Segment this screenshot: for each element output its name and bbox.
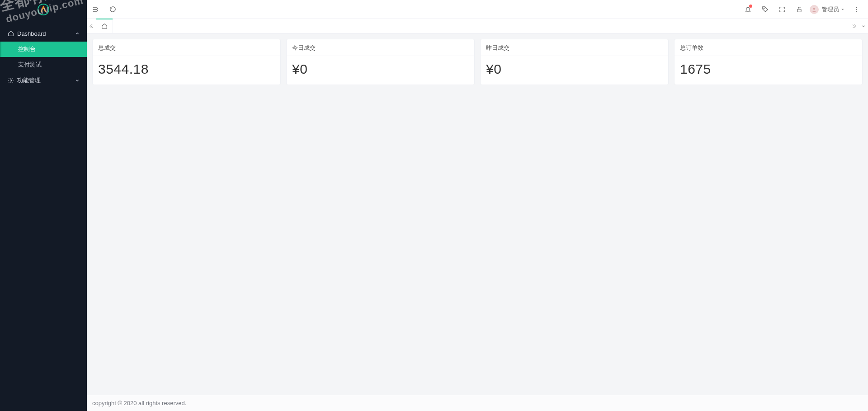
card-title: 今日成交	[287, 39, 474, 56]
user-name: 管理员	[821, 5, 839, 14]
svg-point-0	[38, 4, 49, 15]
sidebar-item-label: 支付测试	[18, 61, 42, 68]
home-icon	[101, 23, 108, 29]
refresh-button[interactable]	[104, 0, 121, 19]
card-title: 总成交	[93, 39, 280, 56]
notifications-button[interactable]	[739, 0, 756, 19]
copyright-text: copyright © 2020 all rights reserved.	[92, 400, 186, 406]
toggle-sidebar-button[interactable]	[87, 0, 104, 19]
sidebar-item-label: 控制台	[18, 46, 36, 52]
tabs-scroll-left[interactable]	[87, 19, 96, 33]
lock-button[interactable]	[791, 0, 808, 19]
logo[interactable]	[0, 0, 87, 19]
svg-point-8	[856, 11, 857, 12]
sidebar-item-label: 功能管理	[17, 76, 74, 85]
card-value: 1675	[675, 56, 862, 85]
sidebar-item-dashboard[interactable]: Dashboard	[0, 25, 87, 42]
topbar: 管理员	[87, 0, 868, 19]
more-button[interactable]	[848, 0, 865, 19]
sidebar: Dashboard 控制台 支付测试	[0, 0, 87, 411]
notification-dot	[749, 5, 752, 8]
caret-down-icon	[841, 8, 844, 11]
page-content: 总成交 3544.18 今日成交 ¥0 昨日成交 ¥0 总订单数 1675	[87, 33, 868, 395]
card-value: 3544.18	[93, 56, 280, 85]
svg-point-2	[764, 8, 764, 9]
tag-button[interactable]	[756, 0, 774, 19]
chevron-up-icon	[74, 31, 80, 36]
svg-point-1	[10, 80, 12, 81]
tabs-menu[interactable]	[859, 19, 868, 33]
sidebar-item-features[interactable]: 功能管理	[0, 72, 87, 89]
home-icon	[6, 30, 15, 37]
fullscreen-button[interactable]	[774, 0, 791, 19]
user-menu[interactable]: 管理员	[808, 0, 848, 19]
chevron-down-icon	[74, 78, 80, 83]
svg-point-7	[856, 9, 857, 9]
card-value: ¥0	[287, 56, 474, 85]
svg-point-5	[813, 7, 816, 9]
sidebar-subitem-paytest[interactable]: 支付测试	[0, 57, 87, 72]
footer: copyright © 2020 all rights reserved.	[87, 395, 868, 411]
sidebar-item-label: Dashboard	[17, 30, 74, 37]
stat-card-today-trans: 今日成交 ¥0	[286, 39, 475, 85]
svg-point-6	[856, 7, 857, 8]
card-title: 昨日成交	[481, 39, 668, 56]
stat-card-yesterday-trans: 昨日成交 ¥0	[480, 39, 669, 85]
stat-card-total-orders: 总订单数 1675	[674, 39, 863, 85]
tabs-bar	[87, 19, 868, 33]
sidebar-subitem-console[interactable]: 控制台	[0, 42, 87, 57]
tab-home[interactable]	[96, 19, 113, 33]
svg-rect-3	[797, 9, 801, 12]
stat-card-total-trans: 总成交 3544.18	[92, 39, 281, 85]
avatar	[810, 5, 819, 14]
card-value: ¥0	[481, 56, 668, 85]
card-title: 总订单数	[675, 39, 862, 56]
gear-icon	[6, 77, 15, 84]
tabs-scroll-right[interactable]	[850, 19, 859, 33]
